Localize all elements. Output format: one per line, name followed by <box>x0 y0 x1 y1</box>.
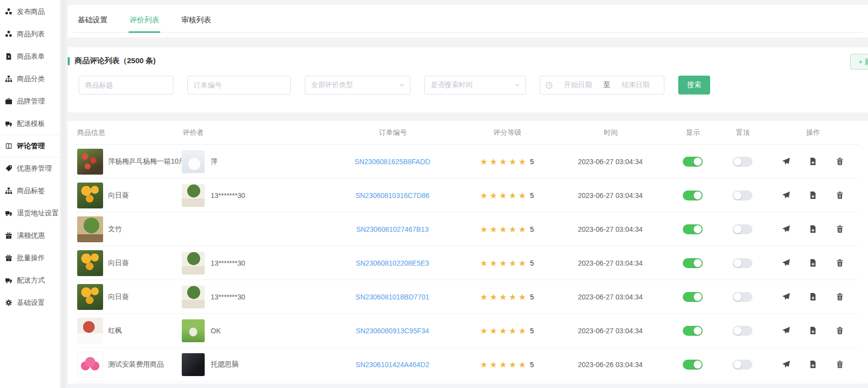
send-icon[interactable] <box>782 292 790 301</box>
order-number-link[interactable]: SN2306081027467B13 <box>356 225 429 233</box>
sidebar-item-columns[interactable]: 评论管理 <box>0 135 60 157</box>
trash-icon[interactable] <box>836 292 844 301</box>
send-icon[interactable] <box>782 225 790 233</box>
sidebar-item-sitemap[interactable]: 商品标签 <box>0 180 60 202</box>
tab[interactable]: 评价列表 <box>128 5 160 32</box>
trash-icon[interactable] <box>836 191 844 199</box>
file-plus-icon[interactable] <box>809 292 817 301</box>
time-search-select[interactable]: 是否搜索时间 <box>424 76 526 95</box>
show-toggle[interactable] <box>683 191 703 200</box>
product-title-input[interactable] <box>79 76 173 95</box>
sidebar-item-label: 配送方式 <box>17 276 45 285</box>
toggle-knob <box>734 327 742 335</box>
sidebar-scrollbar[interactable] <box>61 0 66 388</box>
column-header: 置顶 <box>719 128 766 137</box>
sidebar-item-file[interactable]: 商品表单 <box>0 45 60 68</box>
send-icon[interactable] <box>782 326 790 335</box>
search-button[interactable]: 搜索 <box>678 76 710 95</box>
send-icon[interactable] <box>782 360 790 369</box>
sidebar-item-cubes[interactable]: 商品列表 <box>0 23 60 45</box>
truck-icon <box>5 120 12 127</box>
trash-icon[interactable] <box>836 157 844 166</box>
sidebar-item-label: 优惠券管理 <box>17 164 52 173</box>
file-icon <box>5 53 12 60</box>
reviewer-avatar <box>182 184 205 207</box>
toggle-knob <box>694 361 702 369</box>
tabs-panel: 基础设置 评价列表 审核列表 <box>68 5 868 37</box>
file-plus-icon[interactable] <box>809 360 817 369</box>
order-number-link[interactable]: SN23060810316C7D86 <box>356 192 430 199</box>
review-type-select[interactable]: 全部评价类型 <box>305 76 410 95</box>
sidebar-item-label: 评论管理 <box>17 142 45 151</box>
trash-icon[interactable] <box>836 259 844 267</box>
column-header: 评分等级 <box>460 128 554 137</box>
tab[interactable]: 基础设置 <box>77 5 109 32</box>
pin-toggle[interactable] <box>733 157 752 167</box>
tab-label: 基础设置 <box>78 15 108 24</box>
send-icon[interactable] <box>782 191 790 199</box>
show-toggle[interactable] <box>683 292 703 302</box>
reviewer-avatar <box>182 252 205 275</box>
pin-toggle[interactable] <box>733 191 752 200</box>
sidebar-item-truck[interactable]: 退货地址设置 <box>0 202 60 224</box>
send-icon[interactable] <box>782 157 790 166</box>
review-time: 2023-06-27 03:04:34 <box>578 192 643 199</box>
tab[interactable]: 审核列表 <box>180 5 212 32</box>
sidebar-item-sitemap[interactable]: 商品分类 <box>0 68 60 90</box>
order-number-link[interactable]: SN2306081018BD7701 <box>356 293 429 301</box>
table-row: 文竹 SN2306081027467B13 ★★★★★ 5 2023-06-27… <box>76 212 860 246</box>
trash-icon[interactable] <box>836 360 844 369</box>
sidebar-item-tag[interactable]: 优惠券管理 <box>0 157 60 180</box>
date-range-picker[interactable]: 开始日期 至 结束日期 <box>540 76 664 95</box>
column-header: 操作 <box>766 128 860 137</box>
file-plus-icon[interactable] <box>809 326 817 335</box>
order-number-link[interactable]: SN230608102208E5E3 <box>356 259 429 267</box>
sidebar-item-cubes[interactable]: 发布商品 <box>0 0 60 23</box>
order-number-input[interactable] <box>187 76 291 95</box>
rating-value: 5 <box>530 192 534 199</box>
file-plus-icon[interactable] <box>809 259 817 267</box>
reviewer-name: 13*******30 <box>211 259 245 267</box>
trash-icon[interactable] <box>836 326 844 335</box>
show-toggle[interactable] <box>683 326 703 336</box>
product-name: 文竹 <box>108 225 122 234</box>
file-plus-icon[interactable] <box>809 157 817 166</box>
rating-stars: ★★★★★ <box>480 191 528 200</box>
pin-toggle[interactable] <box>733 258 752 268</box>
sidebar-item-truck[interactable]: 配送模板 <box>0 112 60 135</box>
add-button[interactable]: + 新增 <box>850 54 868 70</box>
pin-toggle[interactable] <box>733 326 752 336</box>
sidebar-item-gift[interactable]: 满额优惠 <box>0 224 60 247</box>
sidebar-item-label: 基础设置 <box>17 298 45 307</box>
sidebar-item-gear[interactable]: 基础设置 <box>0 291 60 314</box>
order-number-link[interactable]: SN2306081625B8FADD <box>355 158 430 166</box>
reviewer-avatar <box>182 150 205 173</box>
pin-toggle[interactable] <box>733 292 752 302</box>
clock-icon <box>545 82 553 89</box>
reviewer-avatar <box>182 353 205 376</box>
gift-icon <box>5 254 12 262</box>
file-plus-icon[interactable] <box>809 191 817 199</box>
trash-icon[interactable] <box>836 225 844 233</box>
sidebar-item-gift[interactable]: 批量操作 <box>0 247 60 269</box>
show-toggle[interactable] <box>683 360 703 370</box>
show-toggle[interactable] <box>683 258 703 268</box>
rating-value: 5 <box>530 225 534 233</box>
rating-value: 5 <box>530 327 534 335</box>
gear-icon <box>5 299 12 306</box>
send-icon[interactable] <box>782 259 790 267</box>
sidebar-item-briefcase[interactable]: 品牌管理 <box>0 90 60 112</box>
order-number-link[interactable]: SN2306080913C95F34 <box>356 327 429 335</box>
sidebar-item-truck[interactable]: 配送方式 <box>0 269 60 291</box>
show-toggle[interactable] <box>683 224 703 234</box>
pin-toggle[interactable] <box>733 360 752 370</box>
pin-toggle[interactable] <box>733 224 752 234</box>
show-toggle[interactable] <box>683 157 703 167</box>
sidebar-item-label: 配送模板 <box>17 119 45 128</box>
review-time: 2023-06-27 03:04:34 <box>578 225 643 233</box>
tab-label: 审核列表 <box>181 15 211 24</box>
toggle-knob <box>734 259 742 267</box>
cubes-icon <box>5 8 12 15</box>
file-plus-icon[interactable] <box>809 225 817 233</box>
order-number-link[interactable]: SN2306101424A464D2 <box>356 361 429 369</box>
